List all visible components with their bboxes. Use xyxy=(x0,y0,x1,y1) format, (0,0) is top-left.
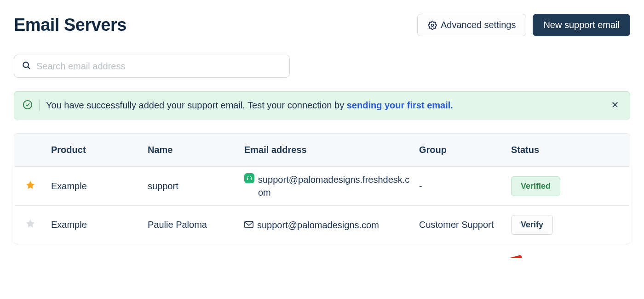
success-banner: You have successfully added your support… xyxy=(14,91,630,119)
col-product: Product xyxy=(46,134,143,166)
page-title: Email Servers xyxy=(14,15,126,35)
cell-product: Example xyxy=(46,179,143,193)
status-verified-badge: Verified xyxy=(511,176,560,196)
banner-text: You have successfully added your support… xyxy=(46,100,602,111)
advanced-settings-label: Advanced settings xyxy=(441,20,516,30)
svg-rect-8 xyxy=(245,221,253,227)
table-row[interactable]: Examplesupportsupport@palomadesigns.fres… xyxy=(14,167,630,205)
table-row[interactable]: ExamplePaulie Palomasupport@palomadesign… xyxy=(14,205,630,244)
col-status: Status xyxy=(506,134,630,166)
search-container[interactable] xyxy=(14,55,290,78)
freshdesk-icon xyxy=(244,173,254,183)
svg-marker-7 xyxy=(26,220,34,227)
cell-status: Verify xyxy=(506,213,630,237)
cell-group: - xyxy=(414,179,506,193)
gear-icon xyxy=(428,21,437,30)
cell-group: Customer Support xyxy=(414,218,506,232)
col-name: Name xyxy=(143,134,240,166)
new-support-email-label: New support email xyxy=(543,20,620,30)
cell-name: Paulie Paloma xyxy=(143,218,240,232)
email-text: support@palomadesigns.freshdesk.com xyxy=(258,173,410,199)
cell-email: support@palomadesigns.freshdesk.com xyxy=(240,171,414,201)
email-text: support@palomadesigns.com xyxy=(257,219,379,231)
banner-text-prefix: You have successfully added your support… xyxy=(46,100,347,110)
svg-line-2 xyxy=(28,67,30,69)
verify-button[interactable]: Verify xyxy=(511,215,553,235)
close-icon[interactable] xyxy=(609,98,621,113)
advanced-settings-button[interactable]: Advanced settings xyxy=(417,14,526,36)
new-support-email-button[interactable]: New support email xyxy=(533,14,630,36)
envelope-icon xyxy=(244,220,253,231)
star-icon[interactable] xyxy=(25,180,35,192)
cell-name: support xyxy=(143,179,240,193)
svg-marker-6 xyxy=(26,181,34,188)
table-header: Product Name Email address Group Status xyxy=(14,134,630,167)
star-icon[interactable] xyxy=(25,219,35,231)
cell-product: Example xyxy=(46,218,143,232)
send-first-email-link[interactable]: sending your first email. xyxy=(347,100,453,110)
banner-divider xyxy=(39,100,40,111)
check-circle-icon xyxy=(23,100,33,112)
col-email: Email address xyxy=(240,134,414,166)
col-group: Group xyxy=(414,134,506,166)
svg-point-3 xyxy=(23,100,32,108)
svg-point-0 xyxy=(431,24,433,26)
search-icon xyxy=(22,61,31,72)
email-servers-table: Product Name Email address Group Status … xyxy=(14,133,630,244)
cell-status: Verified xyxy=(506,175,630,198)
search-input[interactable] xyxy=(36,61,282,72)
cell-email: support@palomadesigns.com xyxy=(240,217,414,233)
arrow-annotation-icon xyxy=(469,246,534,258)
